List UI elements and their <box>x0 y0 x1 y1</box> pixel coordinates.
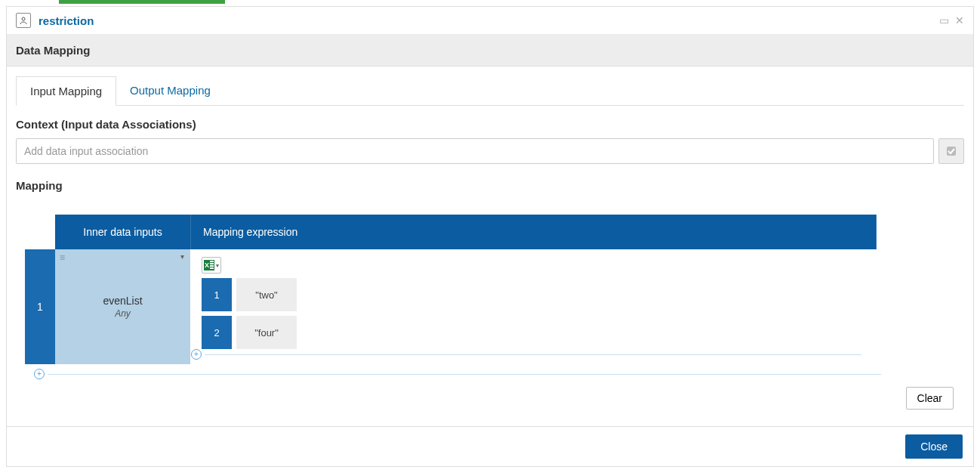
mapping-expression-cell[interactable]: ▾ 1 "two" 2 "four" <box>191 249 877 364</box>
chevron-down-icon[interactable]: ▾ <box>180 252 184 261</box>
mapping-section: 1 Inner data inputs Mapping expression ≡… <box>25 215 964 379</box>
check-icon <box>946 146 957 156</box>
context-heading: Context (Input data Associations) <box>16 118 964 131</box>
inner-input-name: evenList <box>103 295 142 307</box>
node-icon <box>16 13 31 28</box>
col-header-inner-inputs[interactable]: Inner data inputs <box>55 215 191 249</box>
dialog-title: restriction <box>39 14 94 27</box>
clear-button[interactable]: Clear <box>906 387 954 410</box>
maximize-icon[interactable]: ▭ <box>939 14 949 26</box>
svg-point-0 <box>22 17 25 20</box>
drag-handle-icon[interactable]: ≡ <box>60 252 66 263</box>
expression-type-selector[interactable]: ▾ <box>202 257 221 274</box>
inner-input-type: Any <box>115 308 131 319</box>
tab-input-mapping[interactable]: Input Mapping <box>16 76 116 106</box>
list-value[interactable]: "two" <box>236 278 297 311</box>
col-header-mapping-expression[interactable]: Mapping expression <box>191 215 877 249</box>
svg-rect-1 <box>947 147 956 156</box>
chevron-down-icon: ▾ <box>216 262 219 269</box>
add-list-item-bar: + <box>191 349 861 360</box>
spreadsheet-icon <box>204 260 214 271</box>
dialog-footer: Close <box>7 426 973 466</box>
mapping-heading: Mapping <box>16 179 964 192</box>
add-icon[interactable]: + <box>34 369 45 379</box>
mapping-footer: Clear <box>16 379 964 417</box>
list-index[interactable]: 2 <box>202 316 232 349</box>
mapping-tabs: Input Mapping Output Mapping <box>16 76 964 106</box>
mapping-header-row: Inner data inputs Mapping expression <box>55 215 877 249</box>
context-input[interactable] <box>16 138 934 164</box>
mapping-table: 1 Inner data inputs Mapping expression ≡… <box>25 215 964 364</box>
list-row: 2 "four" <box>202 316 866 349</box>
tab-output-mapping[interactable]: Output Mapping <box>116 76 224 106</box>
add-mapping-row-bar: + <box>34 369 881 379</box>
list-value[interactable]: "four" <box>236 316 297 349</box>
row-number-column: 1 <box>25 215 55 364</box>
add-icon[interactable]: + <box>191 349 202 360</box>
list-index[interactable]: 1 <box>202 278 232 311</box>
dialog-content: Input Mapping Output Mapping Context (In… <box>7 66 973 429</box>
context-confirm-button[interactable] <box>938 138 964 164</box>
context-input-row <box>16 138 964 164</box>
dialog-header: restriction ▭ ✕ <box>7 7 973 35</box>
section-title: Data Mapping <box>7 35 973 66</box>
list-literal-table: 1 "two" 2 "four" <box>202 278 866 349</box>
row-number[interactable]: 1 <box>25 249 55 364</box>
data-mapping-dialog: restriction ▭ ✕ Data Mapping Input Mappi… <box>6 6 974 467</box>
inner-input-cell[interactable]: ≡ ▾ evenList Any <box>55 249 191 364</box>
list-row: 1 "two" <box>202 278 866 311</box>
close-button[interactable]: Close <box>905 434 963 459</box>
mapping-body-row: ≡ ▾ evenList Any ▾ <box>55 249 877 364</box>
top-accent-bar <box>59 0 225 4</box>
close-icon[interactable]: ✕ <box>955 14 964 26</box>
